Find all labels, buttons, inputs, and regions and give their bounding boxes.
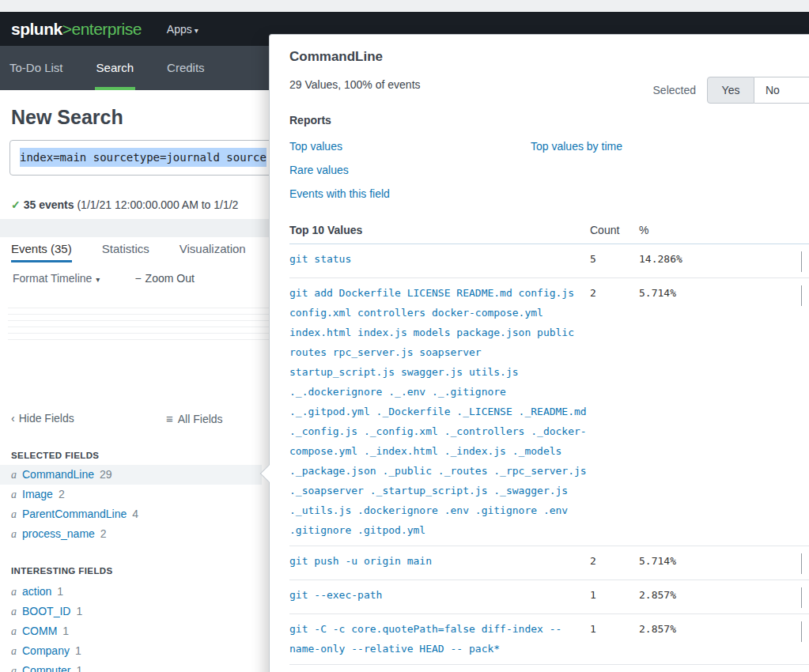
field-count: 2 <box>59 488 65 500</box>
result-tab[interactable]: Events (35) <box>11 237 72 262</box>
splunk-logo[interactable]: splunk>enterprise <box>11 20 142 39</box>
value-percent: 5.714% <box>639 283 801 540</box>
field-row[interactable]: aParentCommandLine4 <box>0 504 262 524</box>
zoom-out-label: Zoom Out <box>146 272 195 285</box>
field-row[interactable]: aComputer1 <box>0 661 262 672</box>
field-name-link[interactable]: CommandLine <box>22 468 94 481</box>
field-row[interactable]: aBOOT_ID1 <box>0 602 262 621</box>
field-stats-popup: CommandLine 29 Values, 100% of events Se… <box>269 34 809 672</box>
field-name-link[interactable]: Company <box>22 644 70 657</box>
popup-title: CommandLine <box>289 49 809 65</box>
value-bar <box>801 587 809 608</box>
field-row[interactable]: aaction1 <box>0 582 262 602</box>
nav-tab[interactable]: Search <box>96 46 134 90</box>
field-row[interactable]: aCommandLine29 <box>0 465 262 485</box>
selected-no-button[interactable]: No <box>754 77 809 104</box>
field-name-link[interactable]: process_name <box>22 527 95 540</box>
value-count: 2 <box>590 551 639 574</box>
result-tab[interactable]: Statistics <box>102 237 149 262</box>
field-type-icon: a <box>11 645 17 657</box>
value-count: 1 <box>590 619 639 659</box>
page-title: New Search <box>11 106 123 129</box>
field-count: 1 <box>76 605 82 617</box>
hide-fields-label: Hide Fields <box>19 412 74 425</box>
value-link[interactable]: git status <box>289 249 587 272</box>
field-name-link[interactable]: BOOT_ID <box>22 605 70 617</box>
top-strip <box>0 0 809 12</box>
table-row: git --exec-path 1 2.857% <box>289 580 809 614</box>
field-name-link[interactable]: Computer <box>22 664 70 672</box>
search-status: ✓35 events (1/1/21 12:00:00.000 AM to 1/… <box>11 198 238 211</box>
value-bar <box>801 285 809 306</box>
value-link[interactable]: git -C -c core.quotePath=false diff-inde… <box>289 619 587 659</box>
top-values-table-header: Top 10 Values Count % <box>289 224 809 244</box>
value-percent: 2.857% <box>639 619 801 659</box>
bar-header <box>801 224 809 236</box>
report-link[interactable]: Top values <box>289 134 531 158</box>
result-tab[interactable]: Visualization <box>180 237 246 262</box>
top-values-header: Top 10 Values <box>289 224 590 236</box>
value-link[interactable]: git add Dockerfile LICENSE README.md con… <box>289 283 587 540</box>
all-fields-label: All Fields <box>178 413 223 425</box>
field-row[interactable]: aCOMM1 <box>0 621 262 641</box>
field-count: 1 <box>75 644 81 657</box>
field-name-link[interactable]: action <box>22 585 51 598</box>
all-fields-button[interactable]: ≡All Fields <box>166 412 223 425</box>
field-row[interactable]: aprocess_name2 <box>0 524 262 544</box>
field-type-icon: a <box>11 586 17 598</box>
hide-fields-button[interactable]: ‹Hide Fields <box>11 412 74 425</box>
field-count: 29 <box>100 468 112 481</box>
table-row: git branch -M main 1 2.857% <box>289 665 809 672</box>
nav-tab[interactable]: Credits <box>167 46 205 90</box>
report-link[interactable]: Events with this field <box>289 182 390 206</box>
field-count: 1 <box>62 625 69 637</box>
popup-arrow <box>260 465 278 483</box>
apps-menu[interactable]: Apps▾ <box>167 23 198 36</box>
top-values-table: Top 10 Values Count % git status 5 14.28… <box>289 224 809 672</box>
field-name-link[interactable]: COMM <box>22 625 57 637</box>
value-percent: 2.857% <box>639 585 801 608</box>
field-type-icon: a <box>11 625 17 637</box>
field-type-icon: a <box>11 469 17 481</box>
field-count: 4 <box>132 508 138 520</box>
fields-panel-header: ‹Hide Fields ≡All Fields <box>0 412 269 428</box>
result-tab-label: Events (35) <box>11 242 72 255</box>
result-tab-label: Statistics <box>102 242 149 255</box>
field-count: 1 <box>76 664 82 672</box>
percent-header: % <box>639 224 801 236</box>
report-link[interactable]: Top values by time <box>531 134 809 158</box>
chevron-down-icon: ▾ <box>195 26 198 35</box>
apps-menu-label: Apps <box>167 23 192 36</box>
field-type-icon: a <box>11 606 17 617</box>
value-percent: 5.714% <box>639 551 801 574</box>
result-tabs: Events (35)StatisticsVisualization <box>11 237 276 262</box>
field-row[interactable]: aImage2 <box>0 485 262 504</box>
event-count: 35 events <box>24 198 74 211</box>
list-icon: ≡ <box>166 412 173 425</box>
search-query-selected-text: index=main sourcetype=journald source <box>20 148 267 167</box>
value-link[interactable]: git push -u origin main <box>289 551 587 574</box>
logo-enterprise-text: enterprise <box>71 20 141 38</box>
logo-gt-icon: > <box>62 20 72 38</box>
value-bar <box>801 553 809 574</box>
format-timeline-menu[interactable]: Format Timeline▾ <box>13 272 100 285</box>
interesting-fields-list: aaction1aBOOT_ID1aCOMM1aCompany1aCompute… <box>0 582 262 672</box>
value-bar <box>801 251 809 272</box>
nav-tab-label: Credits <box>167 61 205 74</box>
chevron-down-icon: ▾ <box>96 275 100 284</box>
field-name-link[interactable]: Image <box>22 488 53 500</box>
selected-yes-button[interactable]: Yes <box>707 77 754 104</box>
table-row: git status 5 14.286% <box>289 244 809 278</box>
minus-icon: − <box>134 272 141 285</box>
value-count: 2 <box>590 283 639 540</box>
splunk-search-page: splunk>enterprise Apps▾ To-Do ListSearch… <box>0 0 809 672</box>
value-count: 1 <box>590 585 639 608</box>
field-count: 2 <box>100 527 107 540</box>
table-row: git push -u origin main 2 5.714% <box>289 546 809 580</box>
nav-tab[interactable]: To-Do List <box>9 46 63 90</box>
zoom-out-button[interactable]: −Zoom Out <box>134 272 194 285</box>
field-name-link[interactable]: ParentCommandLine <box>22 508 127 520</box>
value-link[interactable]: git --exec-path <box>289 585 587 608</box>
report-link[interactable]: Rare values <box>289 158 809 182</box>
field-row[interactable]: aCompany1 <box>0 641 262 661</box>
